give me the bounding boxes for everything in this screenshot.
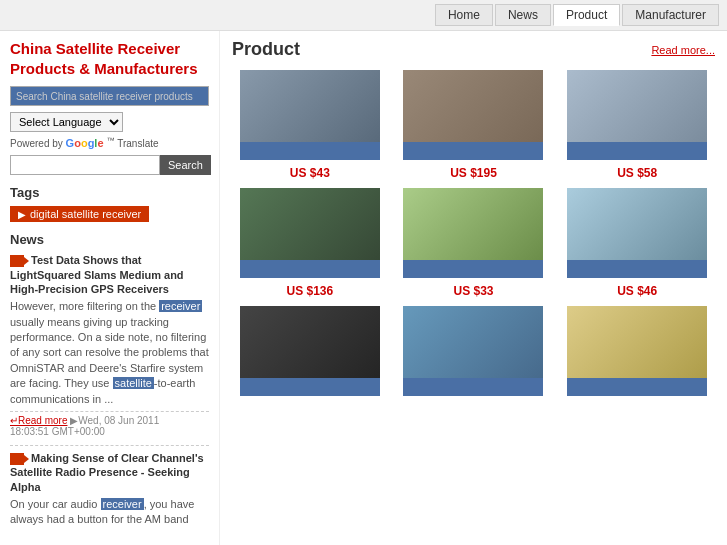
product-price-2: US $195 bbox=[450, 166, 497, 180]
product-img-bar-9 bbox=[567, 378, 707, 396]
product-img-bar-6 bbox=[567, 260, 707, 278]
products-grid: US $43 US $195 US $58 bbox=[232, 70, 715, 402]
product-price-3: US $58 bbox=[617, 166, 657, 180]
product-image-6 bbox=[567, 188, 707, 278]
news-time-1: 18:03:51 GMT+00:00 bbox=[10, 426, 105, 437]
product-image-2 bbox=[403, 70, 543, 160]
product-section-title: Product bbox=[232, 39, 300, 60]
search-button[interactable]: Search bbox=[160, 155, 211, 175]
language-select-row: Select Language bbox=[10, 112, 209, 132]
product-card-6[interactable]: US $46 bbox=[559, 188, 715, 298]
product-card-9[interactable] bbox=[559, 306, 715, 402]
product-img-bar-8 bbox=[403, 378, 543, 396]
product-card-8[interactable] bbox=[396, 306, 552, 402]
product-card-4[interactable]: US $136 bbox=[232, 188, 388, 298]
tag-digital-satellite[interactable]: ▶digital satellite receiver bbox=[10, 206, 149, 222]
news-headline-1[interactable]: Test Data Shows that LightSquared Slams … bbox=[10, 253, 209, 296]
search-input[interactable] bbox=[10, 155, 160, 175]
product-image-7 bbox=[240, 306, 380, 396]
product-image-1 bbox=[240, 70, 380, 160]
top-search-container bbox=[10, 86, 209, 106]
product-image-3 bbox=[567, 70, 707, 160]
product-img-bar-4 bbox=[240, 260, 380, 278]
product-image-8 bbox=[403, 306, 543, 396]
product-card-7[interactable] bbox=[232, 306, 388, 402]
news-icon-1 bbox=[10, 255, 24, 267]
translate-label: Translate bbox=[117, 138, 158, 149]
product-price-4: US $136 bbox=[286, 284, 333, 298]
news-meta-1: ↵Read more ▶Wed, 08 Jun 2011 18:03:51 GM… bbox=[10, 411, 209, 437]
news-headline-2[interactable]: Making Sense of Clear Channel's Satellit… bbox=[10, 451, 209, 494]
main-content: Product Read more... US $43 US $195 bbox=[220, 31, 727, 545]
tags-title: Tags bbox=[10, 185, 209, 200]
top-nav: Home News Product Manufacturer bbox=[0, 0, 727, 31]
news-item-2: Making Sense of Clear Channel's Satellit… bbox=[10, 445, 209, 528]
product-price-1: US $43 bbox=[290, 166, 330, 180]
highlight-satellite-1: satellite bbox=[113, 377, 154, 389]
google-logo: Google bbox=[66, 137, 107, 149]
product-img-bar-5 bbox=[403, 260, 543, 278]
product-img-bar-3 bbox=[567, 142, 707, 160]
news-item-1: Test Data Shows that LightSquared Slams … bbox=[10, 253, 209, 437]
language-select[interactable]: Select Language bbox=[10, 112, 123, 132]
sidebar: China Satellite Receiver Products & Manu… bbox=[0, 31, 220, 545]
powered-by-label: Powered by bbox=[10, 138, 63, 149]
product-image-4 bbox=[240, 188, 380, 278]
powered-by: Powered by Google ™ Translate bbox=[10, 136, 209, 149]
nav-news[interactable]: News bbox=[495, 4, 551, 26]
product-image-5 bbox=[403, 188, 543, 278]
product-card-3[interactable]: US $58 bbox=[559, 70, 715, 180]
top-search-input[interactable] bbox=[10, 86, 209, 106]
search-row: Search bbox=[10, 155, 209, 175]
read-more-main[interactable]: Read more... bbox=[651, 44, 715, 56]
nav-product[interactable]: Product bbox=[553, 4, 620, 26]
highlight-receiver-2: receiver bbox=[101, 498, 144, 510]
product-price-5: US $33 bbox=[453, 284, 493, 298]
main-layout: China Satellite Receiver Products & Manu… bbox=[0, 31, 727, 545]
product-header: Product Read more... bbox=[232, 39, 715, 60]
news-title: News bbox=[10, 232, 209, 247]
product-img-bar-2 bbox=[403, 142, 543, 160]
product-img-bar-1 bbox=[240, 142, 380, 160]
product-image-9 bbox=[567, 306, 707, 396]
product-price-6: US $46 bbox=[617, 284, 657, 298]
nav-manufacturer[interactable]: Manufacturer bbox=[622, 4, 719, 26]
nav-home[interactable]: Home bbox=[435, 4, 493, 26]
news-body-1: However, more filtering on the receiver … bbox=[10, 299, 209, 407]
product-img-bar-7 bbox=[240, 378, 380, 396]
tag-arrow-icon: ▶ bbox=[18, 209, 26, 220]
highlight-receiver-1: receiver bbox=[159, 300, 202, 312]
product-card-1[interactable]: US $43 bbox=[232, 70, 388, 180]
product-card-5[interactable]: US $33 bbox=[396, 188, 552, 298]
news-icon-2 bbox=[10, 453, 24, 465]
read-more-link-1[interactable]: ↵Read more bbox=[10, 415, 67, 426]
news-body-2: On your car audio receiver, you have alw… bbox=[10, 497, 209, 528]
news-date-1: ▶Wed, 08 Jun 2011 bbox=[70, 415, 159, 426]
product-card-2[interactable]: US $195 bbox=[396, 70, 552, 180]
site-title: China Satellite Receiver Products & Manu… bbox=[10, 39, 209, 78]
